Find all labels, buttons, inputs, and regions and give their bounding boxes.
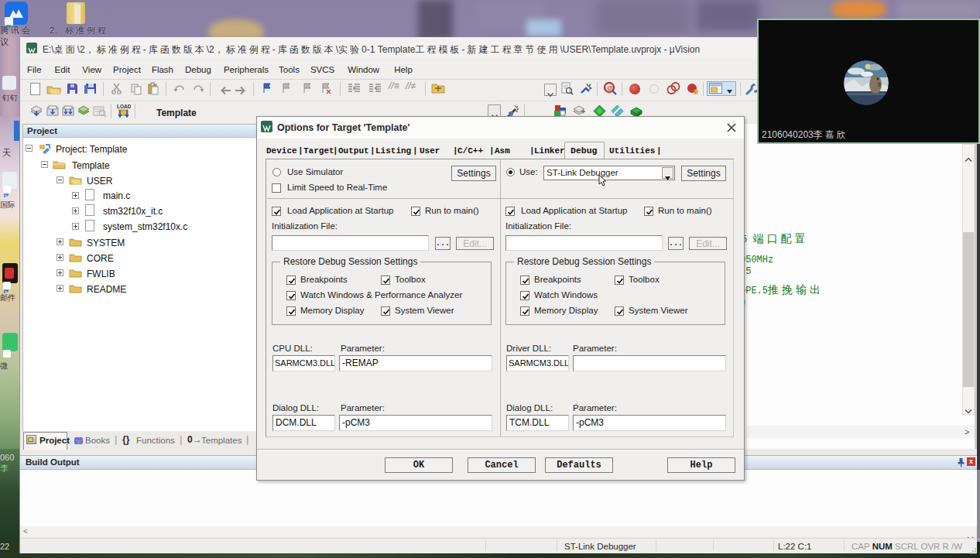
svg-text:@: @ [607, 84, 613, 91]
svg-text:LOAD: LOAD [117, 104, 131, 109]
svg-text:x: x [694, 89, 697, 95]
